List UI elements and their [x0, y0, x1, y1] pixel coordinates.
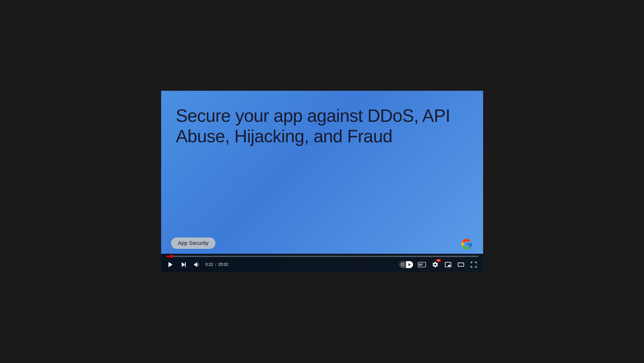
controls-bottom: 0:22 / 20:02 [166, 257, 478, 272]
fullscreen-icon [470, 261, 477, 268]
total-time: 20:02 [218, 262, 228, 267]
time-display: 0:22 / 20:02 [206, 262, 228, 267]
slide-title-area: Secure your app against DDoS, API Abuse,… [176, 105, 464, 146]
captions-icon [418, 262, 426, 268]
autoplay-off [399, 261, 406, 268]
svg-rect-11 [448, 265, 450, 266]
miniplayer-icon [445, 261, 452, 268]
next-button[interactable] [180, 260, 188, 269]
controls-bar: 0:22 / 20:02 [161, 254, 483, 272]
video-player: Secure your app against DDoS, API Abuse,… [161, 91, 483, 272]
settings-wrapper: HD [431, 260, 440, 269]
autoplay-off-icon [401, 263, 405, 267]
current-time: 0:22 [206, 262, 213, 267]
svg-rect-2 [185, 262, 186, 267]
captions-button[interactable] [417, 261, 427, 269]
svg-point-4 [401, 263, 404, 266]
controls-left: 0:22 / 20:02 [166, 260, 228, 269]
fullscreen-button[interactable] [469, 260, 478, 269]
slide-title-text: Secure your app against DDoS, API Abuse,… [176, 106, 450, 146]
controls-right: HD [399, 260, 478, 269]
volume-icon [193, 261, 200, 268]
hd-badge: HD [436, 259, 441, 262]
miniplayer-button[interactable] [444, 260, 452, 269]
chapter-badge: App Security [171, 238, 216, 249]
svg-rect-9 [419, 265, 422, 266]
svg-rect-6 [418, 262, 426, 267]
svg-marker-3 [194, 262, 197, 267]
autoplay-toggle[interactable] [399, 261, 413, 268]
next-icon [180, 261, 187, 268]
svg-marker-0 [168, 262, 172, 267]
google-logo [460, 238, 473, 251]
progress-dot [170, 255, 173, 258]
progress-bar[interactable] [166, 256, 478, 257]
theater-button[interactable] [456, 260, 465, 269]
theater-icon [458, 261, 464, 268]
svg-rect-7 [419, 264, 421, 264]
settings-icon [432, 261, 439, 268]
play-button[interactable] [166, 260, 175, 269]
autoplay-on [406, 261, 413, 268]
svg-rect-8 [421, 264, 423, 264]
autoplay-on-icon [408, 263, 412, 267]
svg-marker-5 [408, 263, 410, 266]
video-content[interactable]: Secure your app against DDoS, API Abuse,… [161, 91, 483, 272]
svg-marker-1 [182, 262, 185, 267]
svg-rect-12 [458, 263, 464, 266]
play-icon [167, 261, 174, 268]
mute-button[interactable] [192, 260, 201, 269]
progress-fill [166, 256, 172, 257]
